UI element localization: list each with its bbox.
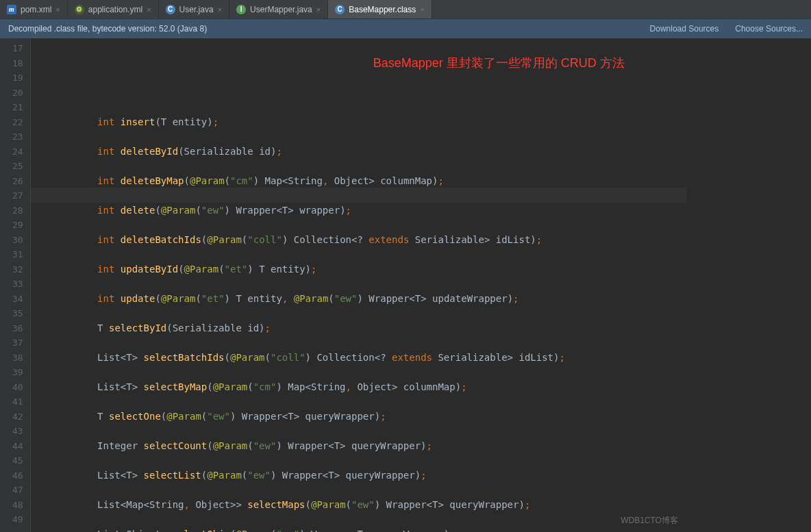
line-gutter: 1718192021222324252627282930313233343536… (0, 38, 31, 532)
close-tab-icon[interactable]: × (218, 5, 222, 14)
file-type-icon: I (236, 5, 246, 14)
line-number: 26 (12, 174, 23, 189)
line-number: 27 (12, 188, 23, 203)
code-line[interactable] (51, 512, 686, 527)
line-number: 19 (12, 71, 23, 86)
editor-tab[interactable]: IUserMapper.java× (229, 0, 328, 18)
line-number: 30 (12, 233, 23, 248)
file-type-icon: m (7, 5, 16, 14)
code-line[interactable]: List<T> selectByMap(@Param("cm") Map<Str… (51, 380, 686, 395)
code-line[interactable] (51, 306, 686, 321)
line-number: 34 (12, 292, 23, 307)
notification-actions: Download Sources Choose Sources... (650, 24, 803, 34)
file-type-icon: C (166, 5, 175, 14)
line-number: 22 (12, 115, 23, 130)
code-line[interactable]: int deleteById(Serializable id); (51, 144, 686, 160)
code-line[interactable]: T selectOne(@Param("ew") Wrapper<T> quer… (51, 409, 686, 425)
tab-label: UserMapper.java (250, 5, 312, 14)
line-number: 25 (12, 159, 23, 174)
line-number: 42 (12, 409, 23, 425)
code-line[interactable]: List<Map<String, Object>> selectMaps(@Pa… (51, 498, 686, 513)
editor-tab[interactable]: CUser.java× (159, 0, 229, 18)
editor-area: 1718192021222324252627282930313233343536… (0, 38, 811, 532)
line-number: 46 (12, 468, 23, 483)
code-line[interactable] (51, 394, 686, 409)
line-number: 43 (12, 424, 23, 439)
line-number: 24 (12, 144, 23, 160)
choose-sources-link[interactable]: Choose Sources... (735, 24, 803, 34)
code-line[interactable] (51, 277, 686, 292)
line-number: 36 (12, 321, 23, 336)
code-line[interactable] (51, 188, 686, 203)
watermark-text: WDB1CTO博客 (621, 514, 678, 529)
decompile-notification-bar: Decompiled .class file, bytecode version… (0, 19, 811, 38)
code-line[interactable]: int delete(@Param("ew") Wrapper<T> wrapp… (51, 203, 686, 218)
code-line[interactable]: int deleteBatchIds(@Param("coll") Collec… (51, 233, 686, 248)
code-area[interactable]: BaseMapper 里封装了一些常用的 CRUD 方法 WDB1CTO博客 i… (31, 38, 686, 532)
code-line[interactable]: int deleteByMap(@Param("cm") Map<String,… (51, 174, 686, 189)
line-number: 40 (12, 380, 23, 395)
line-number: 47 (12, 483, 23, 498)
editor-tab[interactable]: mpom.xml× (0, 0, 68, 18)
code-line[interactable] (51, 365, 686, 380)
code-line[interactable] (51, 159, 686, 174)
line-number: 48 (12, 498, 23, 513)
editor-tab[interactable]: CBaseMapper.class× (328, 0, 432, 18)
code-line[interactable]: List<T> selectList(@Param("ew") Wrapper<… (51, 468, 686, 483)
code-line[interactable]: T selectById(Serializable id); (51, 321, 686, 336)
tab-label: User.java (179, 5, 214, 14)
tab-label: pom.xml (21, 5, 51, 14)
line-number: 29 (12, 218, 23, 233)
line-number: 37 (12, 335, 23, 351)
code-line[interactable] (51, 453, 686, 468)
code-line[interactable] (51, 247, 686, 262)
line-number: 49 (12, 512, 23, 527)
red-annotation-text: BaseMapper 里封装了一些常用的 CRUD 方法 (373, 56, 625, 71)
code-line[interactable]: int updateById(@Param("et") T entity); (51, 262, 686, 277)
line-number: 45 (12, 453, 23, 468)
line-number: 39 (12, 365, 23, 380)
code-line[interactable]: List<T> selectBatchIds(@Param("coll") Co… (51, 351, 686, 366)
close-tab-icon[interactable]: × (420, 5, 424, 14)
line-number: 32 (12, 262, 23, 277)
editor-tab[interactable]: ⚙application.yml× (68, 0, 159, 18)
code-line[interactable] (51, 129, 686, 144)
close-tab-icon[interactable]: × (55, 5, 60, 14)
file-type-icon: C (335, 5, 345, 14)
line-number: 17 (12, 41, 23, 56)
line-number: 18 (12, 56, 23, 71)
tab-label: BaseMapper.class (349, 5, 416, 14)
line-number: 33 (12, 277, 23, 292)
close-tab-icon[interactable]: × (316, 5, 321, 14)
line-number: 35 (12, 306, 23, 321)
tab-label: application.yml (88, 5, 142, 14)
line-number: 31 (12, 247, 23, 262)
line-number: 23 (12, 129, 23, 144)
line-number: 28 (12, 203, 23, 218)
code-line[interactable] (51, 335, 686, 351)
line-number: 20 (12, 86, 23, 101)
code-line[interactable]: int insert(T entity); (51, 115, 686, 130)
download-sources-link[interactable]: Download Sources (650, 24, 719, 34)
line-number: 21 (12, 100, 23, 115)
code-line[interactable]: Integer selectCount(@Param("ew") Wrapper… (51, 439, 686, 454)
line-number: 41 (12, 394, 23, 409)
close-tab-icon[interactable]: × (147, 5, 151, 14)
line-number: 44 (12, 439, 23, 454)
code-line[interactable] (51, 424, 686, 439)
decompile-message: Decompiled .class file, bytecode version… (8, 24, 207, 34)
code-line[interactable]: int update(@Param("et") T entity, @Param… (51, 292, 686, 307)
code-line[interactable] (51, 483, 686, 498)
line-number: 38 (12, 351, 23, 366)
code-line[interactable]: List<Object> selectObjs(@Param("ew") Wra… (51, 527, 686, 533)
code-line[interactable] (51, 218, 686, 233)
file-type-icon: ⚙ (75, 5, 84, 14)
tab-bar: mpom.xml×⚙application.yml×CUser.java×IUs… (0, 0, 811, 19)
